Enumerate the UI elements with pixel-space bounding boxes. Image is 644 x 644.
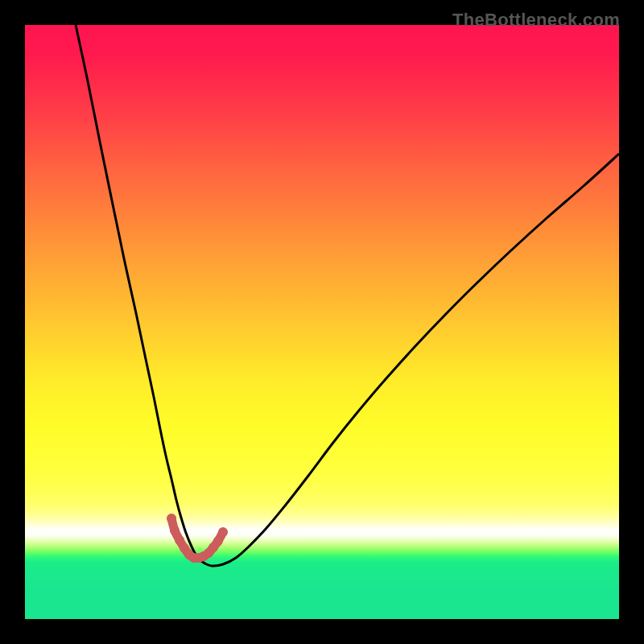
- highlight-dot: [167, 514, 176, 523]
- highlight-dot: [170, 526, 180, 535]
- chart-svg: [25, 25, 619, 619]
- highlight-dot: [213, 536, 223, 546]
- watermark: TheBottleneck.com: [452, 10, 620, 31]
- highlight-dot: [175, 535, 184, 545]
- bottleneck-curve: [76, 25, 619, 566]
- highlight-dot: [218, 527, 228, 537]
- plot-area: [25, 25, 619, 619]
